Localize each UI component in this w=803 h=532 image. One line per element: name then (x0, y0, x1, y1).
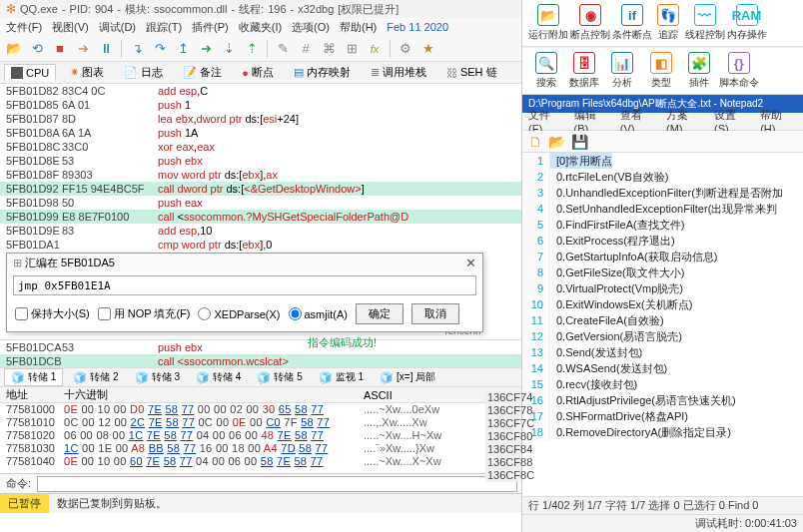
menu-help[interactable]: 帮助(H) (340, 20, 377, 35)
dump-row[interactable]: 775810100C 00 12 00 2C 7E 58 77 0C 00 0E… (0, 416, 521, 429)
keep-size-checkbox[interactable]: 保持大小(S) (15, 306, 90, 321)
stack-addr[interactable]: 136CF7C (485, 417, 521, 430)
notepad-editor[interactable]: 1[0]常用断点20.rtcFileLen(VB自效验)30.Unhandled… (522, 153, 803, 496)
disasm-row[interactable]: 5FB01D8F89303mov word ptr ds:[ebx],ax (0, 168, 521, 182)
open-icon[interactable]: 📂 (4, 39, 24, 59)
disasm-row[interactable]: 5FB01D8C33C0xor eax,eax (0, 140, 521, 154)
dump-row[interactable]: 775810400E 00 10 00 60 7E 58 77 04 00 06… (0, 455, 521, 468)
editor-line[interactable]: 180.RemoveDirectoryA(删除指定目录) (522, 424, 803, 440)
patch-icon[interactable]: ✎ (273, 39, 293, 59)
dump-row[interactable]: 775810301C 00 1E 00 A8 BB 58 77 16 00 18… (0, 442, 521, 455)
menu-plugins[interactable]: 插件(P) (192, 20, 229, 35)
dump-tab[interactable]: 🧊监视 1 (313, 369, 370, 385)
disasm-row[interactable]: 5FB01DCA53push ebx (0, 340, 521, 354)
cancel-button[interactable]: 取消 (411, 303, 459, 324)
dump-tab[interactable]: 🧊[x=] 局部 (374, 369, 441, 385)
editor-line[interactable]: 60.ExitProcess(程序退出) (522, 233, 803, 249)
stepout-icon[interactable]: ↥ (173, 39, 193, 59)
disasm-row[interactable]: 5FB01DA1cmp word ptr ds:[ebx],0 (0, 238, 521, 252)
stack-addr[interactable]: 136CF84 (485, 443, 521, 456)
dump-tab[interactable]: 🧊转储 5 (251, 369, 308, 385)
stack-addr[interactable]: 136CF78 (485, 404, 521, 417)
traceover-icon[interactable]: ⇡ (242, 39, 262, 59)
editor-line[interactable]: 20.rtcFileLen(VB自效验) (522, 169, 803, 185)
stepover-icon[interactable]: ↷ (150, 39, 170, 59)
nop-fill-checkbox[interactable]: 用 NOP 填充(F) (98, 306, 191, 321)
main-menubar[interactable]: 文件(F) 视图(V) 调试(D) 跟踪(T) 插件(P) 收藏夹(I) 选项(… (0, 18, 521, 36)
dump-row[interactable]: 775810000E 00 10 00 D0 7E 58 77 00 00 02… (0, 403, 521, 416)
np-open-icon[interactable]: 📂 (548, 134, 565, 150)
comment-icon[interactable]: # (296, 39, 316, 59)
dump-row[interactable]: 7758102006 00 08 00 1C 7E 58 77 04 00 06… (0, 429, 521, 442)
run-icon[interactable]: ➔ (73, 39, 93, 59)
goto-icon[interactable]: ⊞ (342, 39, 362, 59)
label-icon[interactable]: ⌘ (319, 39, 339, 59)
stack-addr[interactable]: 136CF88 (485, 456, 521, 469)
plugin-tool[interactable]: 📂运行附加 (528, 4, 568, 42)
editor-line[interactable]: 1[0]常用断点 (522, 153, 803, 169)
calc-icon[interactable]: fx (365, 39, 385, 59)
plugin-tool[interactable]: RAM内存操作 (727, 4, 767, 42)
editor-line[interactable]: 150.recv(接收封包) (522, 376, 803, 392)
menu-favorites[interactable]: 收藏夹(I) (239, 20, 282, 35)
plugin-tool[interactable]: 〰线程控制 (685, 4, 725, 42)
editor-line[interactable]: 110.CreateFileA(自效验) (522, 312, 803, 328)
np-save-icon[interactable]: 💾 (571, 134, 588, 150)
pause-icon[interactable]: ⏸ (96, 39, 116, 59)
menu-debug[interactable]: 调试(D) (99, 20, 136, 35)
settings-icon[interactable]: ⚙ (396, 39, 415, 59)
editor-line[interactable]: 30.UnhandledExceptionFilter(判断进程是否附加 (522, 185, 803, 201)
plugin-tool[interactable]: 🗄数据库 (566, 52, 602, 90)
dump-tab[interactable]: 🧊转储 1 (4, 368, 63, 386)
tab-callstack[interactable]: ≣调用堆栈 (365, 63, 432, 82)
editor-line[interactable]: 170.SHFormatDrive(格盘API) (522, 408, 803, 424)
plugin-tool[interactable]: 🧩插件 (681, 52, 717, 90)
stack-addrs[interactable]: 136CF74136CF78136CF7C136CF80136CF84136CF… (485, 391, 521, 482)
plugin-tool[interactable]: 👣追踪 (654, 4, 683, 42)
stepin-icon[interactable]: ↴ (127, 39, 147, 59)
disasm-row[interactable]: 5FB01DCBcall <ssocommon.wcslcat> (0, 354, 521, 367)
restart-icon[interactable]: ⟲ (27, 39, 47, 59)
stop-icon[interactable]: ■ (50, 39, 70, 59)
plugin-tool[interactable]: 📊分析 (604, 52, 640, 90)
close-icon[interactable]: ✕ (465, 256, 476, 270)
tab-mem[interactable]: ▤内存映射 (288, 63, 357, 82)
editor-line[interactable]: 130.Send(发送封包) (522, 344, 803, 360)
np-new-icon[interactable]: 🗋 (528, 134, 542, 150)
menu-options[interactable]: 选项(O) (292, 20, 330, 35)
tab-log[interactable]: 📄日志 (118, 63, 169, 82)
disasm-row[interactable]: 5FB01D8E53push ebx (0, 154, 521, 168)
assemble-input[interactable] (13, 275, 476, 295)
editor-line[interactable]: 120.GetVersion(易语言脱壳) (522, 328, 803, 344)
menu-trace[interactable]: 跟踪(T) (146, 20, 182, 35)
tab-notes[interactable]: 📝备注 (177, 63, 228, 82)
tab-break[interactable]: ●断点 (236, 63, 280, 82)
plugin-tool[interactable]: {}脚本命令 (719, 52, 759, 90)
editor-line[interactable]: 40.SetUnhandledExceptionFilter(出现异常来判 (522, 201, 803, 217)
dump-tab[interactable]: 🧊转储 4 (190, 369, 247, 385)
disassembly-view[interactable]: 5FB01D8283C4 0Cadd esp,C5FB01D856A 01pus… (0, 84, 521, 252)
notepad-menubar[interactable]: 文件(F) 编辑(B) 查看(V) 方案(M) 设置(S) 帮助(H) (522, 113, 803, 131)
disasm-row[interactable]: 5FB01D9850push eax (0, 196, 521, 210)
plugin-tool[interactable]: if条件断点 (612, 4, 652, 42)
runtocursor-icon[interactable]: ➜ (196, 39, 216, 59)
dump-view[interactable]: 地址十六进制ASCII 775810000E 00 10 00 D0 7E 58… (0, 387, 521, 473)
stack-addr[interactable]: 136CF74 (485, 391, 521, 404)
asmjit-radio[interactable]: asmjit(A) (289, 307, 348, 320)
tab-graph[interactable]: ✷图表 (64, 63, 110, 82)
disasm-row[interactable]: 5FB01D92FF15 94E4BC5Fcall dword ptr ds:[… (0, 182, 521, 196)
menu-file[interactable]: 文件(F) (6, 20, 42, 35)
scylla-icon[interactable]: ★ (418, 39, 438, 59)
stack-addr[interactable]: 136CF80 (485, 430, 521, 443)
dump-tab[interactable]: 🧊转储 3 (129, 369, 186, 385)
ok-button[interactable]: 确定 (356, 303, 403, 324)
tab-seh[interactable]: ⛓SEH 链 (440, 63, 503, 82)
editor-line[interactable]: 160.RtlAdjustPrivilege(易语言快速关机) (522, 392, 803, 408)
disasm-row[interactable]: 5FB01D8283C4 0Cadd esp,C (0, 84, 521, 98)
editor-line[interactable]: 140.WSASend(发送封包) (522, 360, 803, 376)
tab-cpu[interactable]: CPU (4, 64, 56, 81)
editor-line[interactable]: 50.FindFirstFileA(查找文件) (522, 217, 803, 233)
disasm-row[interactable]: 5FB01D9E83add esp,10 (0, 224, 521, 238)
menu-view[interactable]: 视图(V) (52, 20, 89, 35)
editor-line[interactable]: 90.VirtualProtect(Vmp脱壳) (522, 280, 803, 296)
